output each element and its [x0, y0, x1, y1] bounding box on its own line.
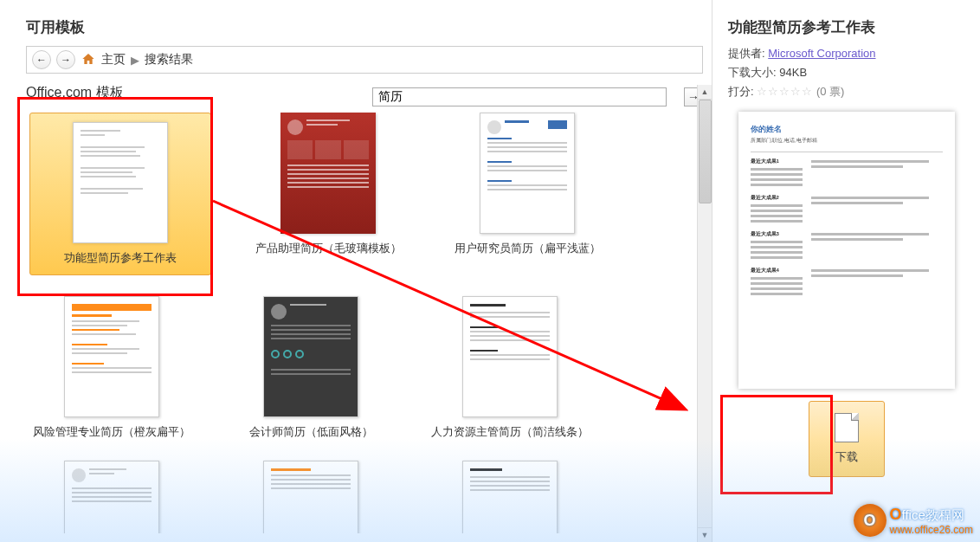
nav-forward-button[interactable]: →: [56, 50, 75, 69]
template-preview: 你的姓名 所属部门,职位,电话,电子邮箱 最近大成果1 最近大成果2 最近大成果…: [738, 112, 955, 389]
chevron-right-icon: ▶: [131, 54, 139, 67]
details-pane: 功能型简历参考工作表 提供者: Microsoft Corporation 下载…: [712, 0, 980, 542]
size-line: 下载大小: 94KB: [728, 65, 964, 81]
template-item[interactable]: [428, 461, 592, 533]
template-label: 会计师简历（低面风格）: [249, 424, 373, 440]
template-item[interactable]: 人力资源主管简历（简洁线条）: [428, 296, 592, 440]
template-label: 用户研究员简历（扁平浅蓝）: [455, 241, 601, 256]
template-label: 人力资源主管简历（简洁线条）: [431, 424, 589, 440]
templates-grid: 功能型简历参考工作表: [26, 109, 703, 533]
templates-grid-wrap: 功能型简历参考工作表: [26, 109, 703, 533]
template-thumb: [480, 113, 575, 234]
office-com-templates-label: Office.com 模板: [26, 84, 355, 102]
template-label: 功能型简历参考工作表: [64, 250, 177, 266]
breadcrumb-home[interactable]: 主页: [101, 52, 126, 68]
watermark-badge-icon: O: [854, 504, 887, 537]
vote-count: (0 票): [816, 85, 845, 98]
template-item[interactable]: [29, 461, 194, 533]
watermark: O Office教程网 www.office26.com: [854, 504, 974, 537]
document-icon: [835, 413, 859, 442]
preview-subtitle: 所属部门,职位,电话,电子邮箱: [751, 137, 943, 145]
template-item-selected[interactable]: 功能型简历参考工作表: [29, 113, 211, 275]
preview-name: 你的姓名: [751, 124, 943, 135]
template-thumb: [280, 113, 376, 234]
home-icon[interactable]: [81, 52, 96, 68]
rating-line: 打分: ☆☆☆☆☆ (0 票): [728, 84, 964, 100]
template-item[interactable]: 会计师简历（低面风格）: [229, 296, 393, 440]
scroll-up-button[interactable]: ▲: [698, 85, 712, 100]
provider-label: 提供者:: [728, 47, 765, 60]
template-label: 产品助理简历（毛玻璃模板）: [255, 241, 402, 256]
available-templates-title: 可用模板: [26, 17, 703, 37]
main-layout: 可用模板 ← → 主页 ▶ 搜索结果 Office.com 模板 →: [0, 0, 980, 542]
download-label: 下载: [835, 449, 858, 465]
rating-label: 打分:: [728, 85, 754, 98]
provider-link[interactable]: Microsoft Corporation: [768, 47, 875, 60]
scrollbar-vertical[interactable]: ▲ ▼: [697, 85, 712, 542]
template-item[interactable]: 产品助理简历（毛玻璃模板）: [246, 113, 410, 275]
template-item[interactable]: 风险管理专业简历（橙灰扁平）: [29, 296, 194, 440]
breadcrumb-current: 搜索结果: [145, 52, 193, 68]
watermark-text2: www.office26.com: [890, 524, 974, 536]
template-thumb: [64, 296, 159, 417]
star-icons[interactable]: ☆☆☆☆☆: [757, 85, 813, 98]
watermark-text1: ffice教程网: [902, 507, 964, 522]
template-item[interactable]: 用户研究员简历（扁平浅蓝）: [445, 113, 609, 275]
template-thumb: [64, 461, 159, 533]
scroll-down-button[interactable]: ▼: [698, 527, 712, 542]
template-thumb: [263, 296, 358, 417]
template-thumb: [462, 461, 558, 533]
template-thumb: [263, 461, 358, 533]
template-thumb: [73, 122, 168, 243]
template-item[interactable]: [229, 461, 393, 533]
template-thumb: [462, 296, 558, 417]
size-label: 下载大小:: [728, 66, 777, 79]
template-label: 风险管理专业简历（橙灰扁平）: [33, 424, 190, 440]
nav-back-button[interactable]: ←: [32, 50, 51, 69]
provider-line: 提供者: Microsoft Corporation: [728, 46, 964, 61]
templates-pane: 可用模板 ← → 主页 ▶ 搜索结果 Office.com 模板 →: [0, 0, 712, 542]
breadcrumb-bar: ← → 主页 ▶ 搜索结果: [26, 46, 703, 74]
scroll-thumb[interactable]: [699, 100, 712, 203]
size-value: 94KB: [779, 66, 807, 79]
download-button[interactable]: 下载: [809, 401, 885, 477]
details-title: 功能型简历参考工作表: [728, 17, 964, 37]
search-input[interactable]: [372, 87, 667, 106]
